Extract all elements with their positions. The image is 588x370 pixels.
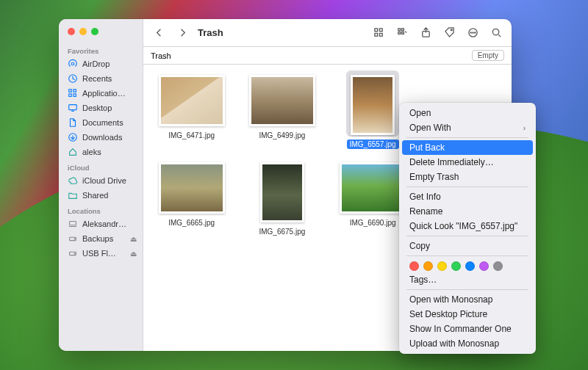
sidebar-item-usb-fl[interactable]: USB Fl…⏏ [59, 246, 143, 261]
context-item-open-with-monosnap[interactable]: Open with Monosnap [402, 292, 533, 307]
sidebar-item-aleks[interactable]: aleks [59, 145, 143, 159]
svg-rect-2 [69, 90, 72, 92]
sidebar-item-airdrop[interactable]: AirDrop [59, 57, 143, 71]
sidebar-item-label: Desktop [82, 104, 112, 112]
tag-color-dot[interactable] [451, 261, 461, 271]
share-button[interactable] [417, 25, 434, 41]
svg-rect-18 [379, 33, 382, 36]
zoom-window-button[interactable] [91, 28, 98, 35]
file-thumbnail [249, 75, 315, 126]
file-name: IMG_6665.jpg [165, 218, 218, 228]
tag-color-dot[interactable] [493, 261, 503, 271]
file-thumbnail [260, 162, 304, 222]
sidebar: FavoritesAirDropRecentsApplicatio…Deskto… [59, 19, 143, 351]
nav-forward-button[interactable] [174, 25, 190, 41]
context-item-delete-immediately[interactable]: Delete Immediately… [402, 155, 533, 170]
sidebar-group-label: Locations [59, 203, 143, 217]
context-separator [406, 137, 528, 138]
nav-back-button[interactable] [151, 25, 167, 41]
svg-rect-3 [74, 90, 76, 92]
context-item-quick-look-img-jpg[interactable]: Quick Look "IMG_6557.jpg" [402, 219, 533, 233]
eject-icon[interactable]: ⏏ [130, 250, 137, 258]
close-window-button[interactable] [68, 28, 75, 35]
sidebar-item-recents[interactable]: Recents [59, 71, 143, 86]
home-icon [68, 147, 78, 157]
svg-point-0 [71, 62, 74, 65]
sidebar-item-label: aleks [82, 148, 101, 156]
svg-rect-9 [70, 222, 76, 225]
context-item-upload-with-monosnap[interactable]: Upload with Monosnap [402, 336, 533, 351]
context-item-get-info[interactable]: Get Info [402, 189, 533, 204]
context-item-show-in-commander-one[interactable]: Show In Commander One [402, 322, 533, 336]
sidebar-item-label: AirDrop [82, 59, 110, 68]
context-item-put-back[interactable]: Put Back [402, 140, 533, 155]
tag-color-dot[interactable] [409, 261, 419, 271]
sidebar-item-desktop[interactable]: Desktop [59, 101, 143, 115]
eject-icon[interactable]: ⏏ [130, 235, 137, 243]
svg-rect-6 [69, 105, 77, 110]
file-item[interactable]: IMG_6675.jpg [241, 162, 323, 236]
sidebar-item-label: Shared [82, 191, 108, 200]
context-item-label: Upload with Monosnap [409, 338, 499, 349]
group-by-button[interactable] [394, 25, 410, 41]
sidebar-item-shared[interactable]: Shared [59, 188, 143, 203]
context-item-rename[interactable]: Rename [402, 204, 533, 219]
context-item-label: Copy [409, 241, 430, 251]
folder-icon [68, 190, 78, 200]
disk-icon [68, 233, 78, 244]
cloud-icon [68, 175, 78, 186]
svg-point-14 [74, 253, 75, 254]
search-button[interactable] [488, 25, 504, 41]
context-item-label: Tags… [409, 275, 437, 285]
sidebar-item-documents[interactable]: Documents [59, 115, 143, 130]
file-name: IMG_6499.jpg [256, 131, 308, 140]
context-item-label: Quick Look "IMG_6557.jpg" [409, 221, 517, 231]
sidebar-item-label: Backups [82, 234, 113, 243]
file-item[interactable]: IMG_6499.jpg [241, 75, 323, 149]
svg-rect-21 [398, 32, 400, 35]
svg-point-12 [74, 239, 75, 239]
context-item-open-with[interactable]: Open With› [402, 120, 533, 135]
svg-rect-4 [69, 94, 72, 97]
tags-button[interactable] [441, 25, 457, 41]
sidebar-item-icloud-drive[interactable]: iCloud Drive [59, 173, 143, 188]
svg-point-29 [474, 32, 475, 33]
tag-color-dot[interactable] [423, 261, 433, 271]
minimize-window-button[interactable] [79, 28, 87, 35]
tag-color-dot[interactable] [437, 261, 447, 271]
sidebar-item-aleksandr[interactable]: Aleksandr… [59, 217, 143, 231]
view-mode-button[interactable] [370, 25, 387, 41]
sidebar-item-applicatio[interactable]: Applicatio… [59, 86, 143, 101]
action-menu-button[interactable] [465, 25, 481, 41]
svg-point-30 [492, 29, 498, 35]
svg-rect-20 [401, 29, 404, 31]
context-item-set-desktop-picture[interactable]: Set Desktop Picture [402, 307, 533, 322]
context-item-label: Delete Immediately… [409, 157, 494, 167]
sidebar-item-label: Aleksandr… [82, 220, 126, 228]
context-item-empty-trash[interactable]: Empty Trash [402, 170, 533, 184]
empty-trash-button[interactable]: Empty [472, 50, 504, 61]
context-separator [406, 255, 528, 256]
context-item-tags[interactable]: Tags… [402, 272, 533, 287]
svg-rect-22 [401, 32, 404, 35]
window-title: Trash [198, 27, 223, 38]
sidebar-item-downloads[interactable]: Downloads [59, 130, 143, 145]
sidebar-group-label: iCloud [59, 159, 143, 173]
tag-color-dot[interactable] [479, 261, 489, 271]
sidebar-item-backups[interactable]: Backups⏏ [59, 231, 143, 246]
context-separator [406, 289, 528, 290]
file-name: IMG_6690.jpg [347, 218, 399, 228]
context-item-label: Set Desktop Picture [409, 309, 487, 319]
context-tag-colors [402, 258, 533, 272]
context-item-label: Put Back [409, 142, 445, 153]
file-item[interactable]: IMG_6471.jpg [151, 75, 232, 149]
tag-color-dot[interactable] [465, 261, 475, 271]
path-bar: Trash Empty [143, 47, 512, 65]
file-item[interactable]: IMG_6665.jpg [151, 162, 232, 236]
sidebar-item-label: Applicatio… [82, 89, 126, 98]
context-item-copy[interactable]: Copy [402, 239, 533, 253]
context-item-open[interactable]: Open [402, 106, 533, 120]
down-icon [68, 132, 78, 142]
doc-icon [68, 117, 78, 128]
sidebar-item-label: iCloud Drive [82, 176, 126, 185]
